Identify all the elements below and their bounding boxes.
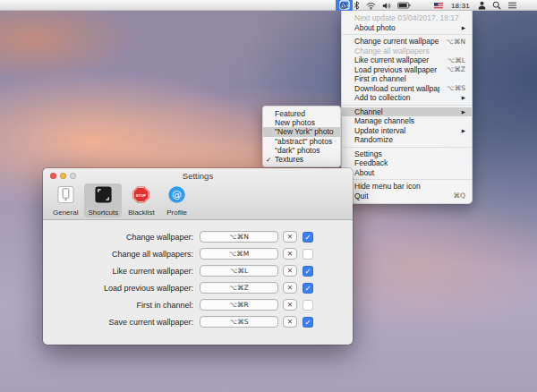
clock-icon[interactable] (339, 2, 347, 10)
hotkey-field[interactable]: ⌥⌘N (200, 231, 278, 243)
toolbar-tab-general[interactable]: General (49, 183, 81, 217)
menu-item-channel[interactable]: Channel▶ (342, 107, 472, 117)
shortcuts-icon (94, 185, 113, 208)
enable-checkbox[interactable]: ✓ (303, 232, 313, 243)
general-icon (56, 185, 75, 208)
toolbar-tab-label: Profile (166, 209, 187, 217)
hotkey-field[interactable]: ⌥⌘S (200, 316, 278, 328)
menu-item-abstract-photos[interactable]: "abstract" photos (263, 137, 340, 146)
menu-item-label: Change current wallpaper (354, 37, 439, 46)
enable-checkbox[interactable]: ✓ (303, 317, 313, 328)
toolbar-tab-blacklist[interactable]: STOPBlacklist (124, 183, 158, 217)
toolbar-tab-shortcuts[interactable]: Shortcuts (84, 183, 122, 217)
menu-item-label: "abstract" photos (275, 137, 334, 146)
menu-item-new-photos[interactable]: New photos (263, 118, 340, 127)
menu-item-label: Textures (275, 155, 334, 164)
bluetooth-icon[interactable] (354, 1, 360, 10)
enable-checkbox[interactable]: ✓ (303, 283, 313, 294)
menu-item-manage-channels[interactable]: Manage channels (342, 116, 472, 126)
submenu-arrow-icon: ▶ (462, 25, 465, 30)
toolbar-tab-profile[interactable]: @Profile (161, 183, 193, 217)
menu-item-first-in-channel[interactable]: First in channel (342, 74, 472, 84)
menu-item-label: Download current wallpaper (354, 84, 439, 93)
clear-hotkey-button[interactable]: ✕ (283, 248, 297, 260)
menu-item-label: Randomize (354, 135, 465, 144)
menu-item-load-previous-wallpaper[interactable]: Load previous wallpaper⌥⌘Z (342, 65, 472, 75)
menubar-clock[interactable]: 18:31 (449, 2, 472, 10)
menu-item-shortcut: ⌘Q (454, 192, 465, 200)
menu-item-shortcut: ⌥⌘S (447, 84, 465, 92)
enable-checkbox[interactable]: ✓ (303, 266, 313, 277)
menu-item-quit[interactable]: Quit⌘Q (342, 192, 472, 201)
hotkey-field[interactable]: ⌥⌘M (200, 248, 278, 260)
checkmark-icon: ✓ (266, 156, 271, 164)
shortcut-row-like-current-wallpaper: Like current wallpaper:⌥⌘L✕✓ (43, 262, 353, 279)
menu-item-new-york-photos[interactable]: "New York" photos (263, 127, 340, 136)
menubar-status-strip: 18:31 (339, 0, 517, 11)
clear-hotkey-button[interactable]: ✕ (283, 282, 297, 294)
submenu-arrow-icon: ▶ (462, 109, 465, 115)
menu-item-settings[interactable]: Settings (342, 149, 472, 159)
shortcut-row-label: First in channel: (43, 301, 193, 310)
menu-item-shortcut: ⌥⌘Z (447, 65, 465, 73)
enable-checkbox[interactable] (303, 249, 313, 260)
svg-text:STOP: STOP (136, 193, 147, 198)
submenu-arrow-icon: ▶ (462, 95, 465, 100)
shortcut-row-change-all-wallpapers: Change all wallpapers:⌥⌘M✕ (43, 245, 353, 262)
menu-item-featured[interactable]: Featured (263, 109, 340, 118)
menu-item-update-interval[interactable]: Update interval▶ (342, 126, 472, 136)
menu-item-label: Hide menu bar icon (354, 182, 465, 191)
menu-item-label: Feedback (354, 158, 465, 167)
menu-item-change-current-wallpaper[interactable]: Change current wallpaper⌥⌘N (342, 37, 472, 47)
notification-list-icon[interactable] (507, 2, 517, 9)
shortcuts-pane: Change wallpaper:⌥⌘N✕✓Change all wallpap… (43, 220, 353, 330)
toolbar-tab-label: General (53, 209, 78, 217)
profile-icon: @ (167, 185, 186, 208)
clear-hotkey-button[interactable]: ✕ (283, 265, 297, 277)
us-flag-icon[interactable] (434, 3, 443, 9)
app-dropdown-menu: Next update 03/04/2017, 18:17About photo… (341, 11, 473, 204)
menu-item-add-to-collection[interactable]: Add to collection▶ (342, 93, 472, 103)
hotkey-field[interactable]: ⌥⌘Z (200, 282, 278, 294)
clear-hotkey-button[interactable]: ✕ (283, 299, 297, 311)
menu-item-label: Update interval (354, 126, 456, 135)
menu-item-download-current-wallpaper[interactable]: Download current wallpaper⌥⌘S (342, 84, 472, 94)
shortcut-row-first-in-channel: First in channel:⌥⌘R✕ (43, 296, 353, 313)
menu-item-like-current-wallpaper[interactable]: Like current wallpaper⌥⌘L (342, 55, 472, 65)
menu-item-hide-menu-bar-icon[interactable]: Hide menu bar icon (342, 182, 472, 192)
hotkey-field[interactable]: ⌥⌘R (200, 299, 278, 311)
window-title: Settings (43, 171, 353, 181)
menu-item-feedback[interactable]: Feedback (342, 158, 472, 168)
battery-icon[interactable] (397, 2, 411, 9)
menu-item-textures[interactable]: ✓Textures (263, 155, 340, 164)
shortcut-row-save-current-wallpaper: Save current wallpaper:⌥⌘S✕✓ (43, 313, 353, 330)
settings-window: Settings GeneralShortcutsSTOPBlacklist@P… (43, 168, 353, 345)
menu-item-dark-photos[interactable]: "dark" photos (263, 146, 340, 155)
menu-item-next-update-03-04-2017-18-17: Next update 03/04/2017, 18:17 (342, 13, 472, 23)
search-icon[interactable] (492, 1, 501, 10)
clear-hotkey-button[interactable]: ✕ (283, 231, 297, 243)
wifi-icon[interactable] (366, 2, 376, 10)
shortcut-row-label: Change wallpaper: (43, 233, 193, 242)
menu-separator (342, 34, 472, 35)
menu-item-label: Load previous wallpaper (354, 65, 439, 74)
menu-item-label: Change all wallpapers (354, 47, 465, 55)
shortcut-row-load-previous-wallpaper: Load previous wallpaper:⌥⌘Z✕✓ (43, 279, 353, 296)
window-titlebar[interactable]: Settings (43, 168, 353, 183)
menu-item-about-photo[interactable]: About photo▶ (342, 23, 472, 33)
user-icon[interactable] (478, 1, 486, 10)
menu-item-label: Quit (354, 192, 447, 200)
enable-checkbox[interactable] (303, 300, 313, 311)
submenu-arrow-icon: ▶ (462, 128, 465, 133)
menu-item-randomize[interactable]: Randomize (342, 135, 472, 145)
shortcut-row-change-wallpaper: Change wallpaper:⌥⌘N✕✓ (43, 228, 353, 245)
clear-hotkey-button[interactable]: ✕ (283, 316, 297, 328)
menu-item-label: "New York" photos (275, 127, 334, 136)
hotkey-field[interactable]: ⌥⌘L (200, 265, 278, 277)
menu-item-about[interactable]: About (342, 168, 472, 178)
toolbar-tab-label: Blacklist (128, 209, 154, 217)
volume-icon[interactable] (382, 2, 391, 10)
toolbar-tab-label: Shortcuts (88, 209, 118, 217)
menu-item-label: First in channel (354, 74, 465, 83)
shortcut-row-label: Load previous wallpaper: (43, 284, 193, 293)
